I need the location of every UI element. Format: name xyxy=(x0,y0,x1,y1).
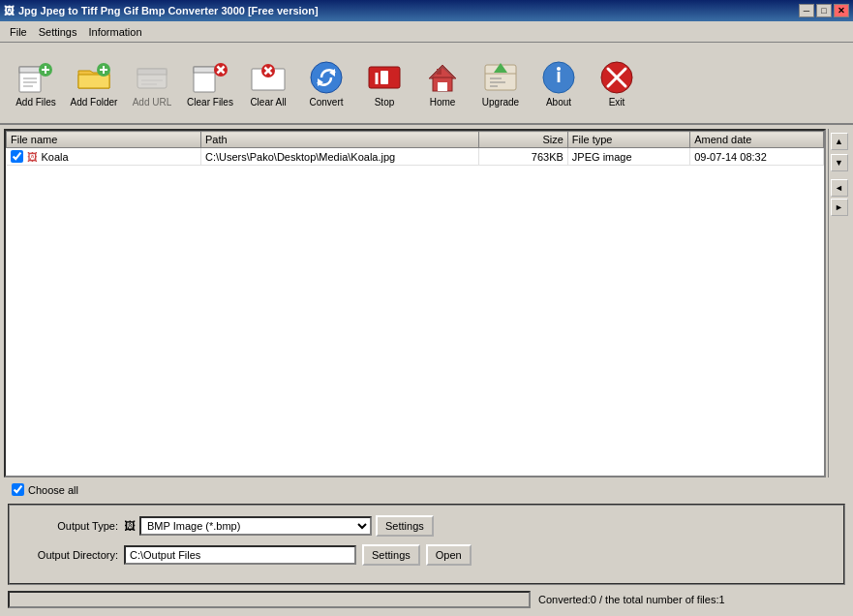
menu-file[interactable]: File xyxy=(4,24,33,40)
svg-point-24 xyxy=(311,62,342,93)
cell-size: 763KB xyxy=(479,148,568,166)
cell-name: 🖼 Koala xyxy=(7,148,201,166)
convert-icon xyxy=(307,58,346,97)
cell-date: 09-07-14 08:32 xyxy=(690,148,824,166)
close-button[interactable]: ✕ xyxy=(834,4,849,17)
svg-point-43 xyxy=(557,67,561,71)
output-type-select[interactable]: BMP Image (*.bmp)JPEG Image (*.jpg)PNG I… xyxy=(139,516,372,536)
svg-rect-16 xyxy=(194,67,215,73)
home-button[interactable]: Home xyxy=(414,48,471,118)
col-header-date: Amend date xyxy=(690,132,824,148)
stop-button[interactable]: Stop xyxy=(356,48,412,118)
clear-all-label: Clear All xyxy=(250,97,286,108)
side-panel: ▲ ▼ ◄ ► xyxy=(828,129,849,477)
clear-files-label: Clear Files xyxy=(187,97,233,108)
bmp-icon: 🖼 xyxy=(124,519,136,533)
col-header-path: Path xyxy=(200,132,478,148)
output-type-label: Output Type: xyxy=(21,520,118,532)
add-files-icon xyxy=(16,58,55,97)
upgrade-icon xyxy=(481,58,520,97)
menu-information[interactable]: Information xyxy=(82,24,147,40)
output-directory-input[interactable] xyxy=(124,545,356,565)
svg-rect-12 xyxy=(137,69,167,75)
convert-button[interactable]: Convert xyxy=(298,48,354,118)
menu-settings[interactable]: Settings xyxy=(33,24,83,40)
stop-icon xyxy=(365,58,404,97)
col-header-type: File type xyxy=(567,132,689,148)
output-directory-settings-button[interactable]: Settings xyxy=(362,544,420,566)
convert-label: Convert xyxy=(309,97,343,108)
svg-rect-32 xyxy=(438,82,447,91)
file-list: File name Path Size File type Amend date xyxy=(4,129,826,477)
clear-files-icon xyxy=(191,58,229,97)
choose-all-row: Choose all xyxy=(8,481,845,498)
row-checkbox[interactable] xyxy=(11,150,23,163)
title-bar-controls: ─ □ ✕ xyxy=(799,4,849,17)
output-type-row: Output Type: 🖼 BMP Image (*.bmp)JPEG Ima… xyxy=(21,515,832,537)
cell-type: JPEG image xyxy=(567,148,689,166)
progress-row: Converted:0 / the total number of files:… xyxy=(8,591,845,608)
about-button[interactable]: i About xyxy=(531,48,587,118)
add-url-icon xyxy=(133,58,171,97)
menu-bar: File Settings Information xyxy=(0,21,853,43)
exit-label: Exit xyxy=(609,97,625,108)
add-folder-icon xyxy=(75,58,113,97)
output-type-settings-button[interactable]: Settings xyxy=(376,515,434,537)
stop-label: Stop xyxy=(375,97,395,108)
choose-all-label: Choose all xyxy=(28,484,78,496)
output-directory-row: Output Directory: Settings Open xyxy=(21,544,832,566)
add-folder-label: Add Folder xyxy=(71,97,118,108)
toolbar: Add Files Add Folder Add URL xyxy=(0,43,853,125)
svg-rect-1 xyxy=(19,67,41,73)
file-icon: 🖼 xyxy=(27,151,38,163)
output-select-wrapper: 🖼 BMP Image (*.bmp)JPEG Image (*.jpg)PNG… xyxy=(124,515,434,537)
bottom-section: Choose all Output Type: 🖼 BMP Image (*.b… xyxy=(0,477,853,616)
file-name: Koala xyxy=(42,151,69,163)
svg-rect-29 xyxy=(381,71,388,84)
app-title: Jpg Jpeg to Tiff Png Gif Bmp Converter 3… xyxy=(18,5,319,16)
upgrade-button[interactable]: Upgrade xyxy=(472,48,529,118)
add-folder-button[interactable]: Add Folder xyxy=(66,48,122,118)
output-panel: Output Type: 🖼 BMP Image (*.bmp)JPEG Ima… xyxy=(8,504,845,585)
add-url-button: Add URL xyxy=(124,48,180,118)
minimize-button[interactable]: ─ xyxy=(799,4,814,17)
add-files-label: Add Files xyxy=(15,97,56,108)
title-bar-title: 🖼 Jpg Jpeg to Tiff Png Gif Bmp Converter… xyxy=(4,5,319,16)
home-icon xyxy=(423,58,462,97)
clear-all-button[interactable]: Clear All xyxy=(240,48,296,118)
col-header-name: File name xyxy=(7,132,201,148)
output-directory-label: Output Directory: xyxy=(21,549,118,561)
choose-all-checkbox[interactable] xyxy=(12,483,24,496)
app-icon: 🖼 xyxy=(4,5,15,16)
add-url-label: Add URL xyxy=(133,97,172,108)
about-label: About xyxy=(546,97,571,108)
col-header-size: Size xyxy=(479,132,568,148)
side-btn-left[interactable]: ◄ xyxy=(831,179,848,197)
clear-all-icon xyxy=(249,58,288,97)
progress-bar xyxy=(8,591,531,608)
clear-files-button[interactable]: Clear Files xyxy=(182,48,238,118)
about-icon: i xyxy=(539,58,578,97)
title-bar: 🖼 Jpg Jpeg to Tiff Png Gif Bmp Converter… xyxy=(0,0,853,21)
table-row[interactable]: 🖼 Koala C:\Users\Pako\Desktop\Media\Koal… xyxy=(7,148,824,166)
exit-button[interactable]: Exit xyxy=(589,48,645,118)
side-btn-down[interactable]: ▼ xyxy=(831,154,848,171)
home-label: Home xyxy=(430,97,456,108)
open-button[interactable]: Open xyxy=(426,544,472,566)
upgrade-label: Upgrade xyxy=(482,97,519,108)
converted-text: Converted:0 / the total number of files:… xyxy=(538,594,725,605)
side-btn-right[interactable]: ► xyxy=(831,199,848,216)
exit-icon xyxy=(597,58,636,97)
add-files-button[interactable]: Add Files xyxy=(8,48,64,118)
side-btn-up[interactable]: ▲ xyxy=(831,133,848,150)
maximize-button[interactable]: □ xyxy=(816,4,832,17)
cell-path: C:\Users\Pako\Desktop\Media\Koala.jpg xyxy=(200,148,478,166)
